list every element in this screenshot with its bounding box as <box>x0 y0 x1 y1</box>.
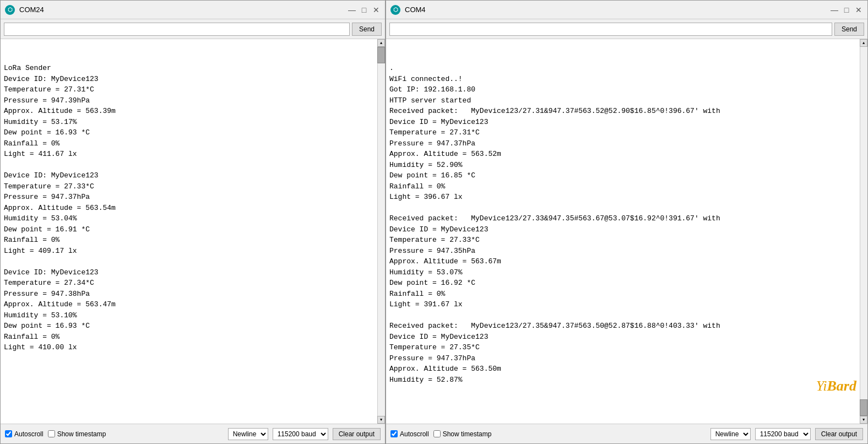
autoscroll-container-right: Autoscroll <box>390 430 429 438</box>
clear-output-button-left[interactable]: Clear output <box>333 428 381 440</box>
timestamp-label-left: Show timestamp <box>57 430 106 438</box>
output-content-right: . WiFi connected..! Got IP: 192.168.1.80… <box>389 63 864 385</box>
baud-select-right[interactable]: 115200 baud <box>755 428 811 440</box>
window-controls-right: — □ ✕ <box>830 6 863 14</box>
window-title-left: COM24 <box>19 6 343 14</box>
scroll-down-right[interactable]: ▼ <box>860 416 867 424</box>
timestamp-container-right: Show timestamp <box>433 430 492 438</box>
title-bar-left: ⬡ COM24 — □ ✕ <box>1 1 385 19</box>
com24-window: ⬡ COM24 — □ ✕ Send LoRa Sender Device ID… <box>0 0 386 444</box>
output-area-right[interactable]: . WiFi connected..! Got IP: 192.168.1.80… <box>386 39 867 424</box>
timestamp-label-right: Show timestamp <box>443 430 492 438</box>
timestamp-container-left: Show timestamp <box>48 430 106 438</box>
timestamp-checkbox-left[interactable] <box>48 430 55 437</box>
maximize-button-right[interactable]: □ <box>842 6 851 14</box>
minimize-button-right[interactable]: — <box>830 6 839 14</box>
autoscroll-checkbox-left[interactable] <box>5 430 12 437</box>
title-bar-right: ⬡ COM4 — □ ✕ <box>386 1 867 19</box>
minimize-button-left[interactable]: — <box>348 6 356 14</box>
newline-select-right[interactable]: Newline <box>710 428 751 440</box>
arduino-icon-left: ⬡ <box>5 5 15 15</box>
close-button-left[interactable]: ✕ <box>372 6 381 14</box>
status-bar-right: Autoscroll Show timestamp Newline 115200… <box>386 424 867 443</box>
scroll-down-left[interactable]: ▼ <box>377 416 385 424</box>
close-button-right[interactable]: ✕ <box>854 6 863 14</box>
scrollbar-left[interactable]: ▲ ▼ <box>377 39 385 424</box>
timestamp-checkbox-right[interactable] <box>433 430 441 437</box>
scroll-thumb-left[interactable] <box>377 47 385 63</box>
scroll-thumb-right[interactable] <box>860 399 867 416</box>
autoscroll-label-left: Autoscroll <box>14 430 44 438</box>
autoscroll-checkbox-right[interactable] <box>390 430 398 437</box>
output-area-left[interactable]: LoRa Sender Device ID: MyDevice123 Tempe… <box>1 39 385 424</box>
scroll-up-right[interactable]: ▲ <box>860 39 867 47</box>
toolbar-right: Send <box>386 19 867 39</box>
window-controls-left: — □ ✕ <box>348 6 381 14</box>
arduino-icon-right: ⬡ <box>390 5 400 15</box>
scroll-up-left[interactable]: ▲ <box>377 39 385 47</box>
window-title-right: COM4 <box>405 6 826 14</box>
baud-select-left[interactable]: 115200 baud <box>273 428 328 440</box>
output-content-left: LoRa Sender Device ID: MyDevice123 Tempe… <box>4 63 382 353</box>
toolbar-left: Send <box>1 19 385 39</box>
status-bar-left: Autoscroll Show timestamp Newline 115200… <box>1 424 385 443</box>
maximize-button-left[interactable]: □ <box>360 6 368 14</box>
send-button-right[interactable]: Send <box>834 23 864 36</box>
clear-output-button-right[interactable]: Clear output <box>815 428 863 440</box>
autoscroll-label-right: Autoscroll <box>400 430 429 438</box>
input-field-right[interactable] <box>389 23 832 36</box>
scrollbar-right[interactable]: ▲ ▼ <box>860 39 867 424</box>
autoscroll-container-left: Autoscroll <box>5 430 44 438</box>
newline-select-left[interactable]: Newline <box>228 428 268 440</box>
com4-window: ⬡ COM4 — □ ✕ Send . WiFi connected..! Go… <box>386 0 868 444</box>
send-button-left[interactable]: Send <box>352 23 382 36</box>
input-field-left[interactable] <box>4 23 350 36</box>
